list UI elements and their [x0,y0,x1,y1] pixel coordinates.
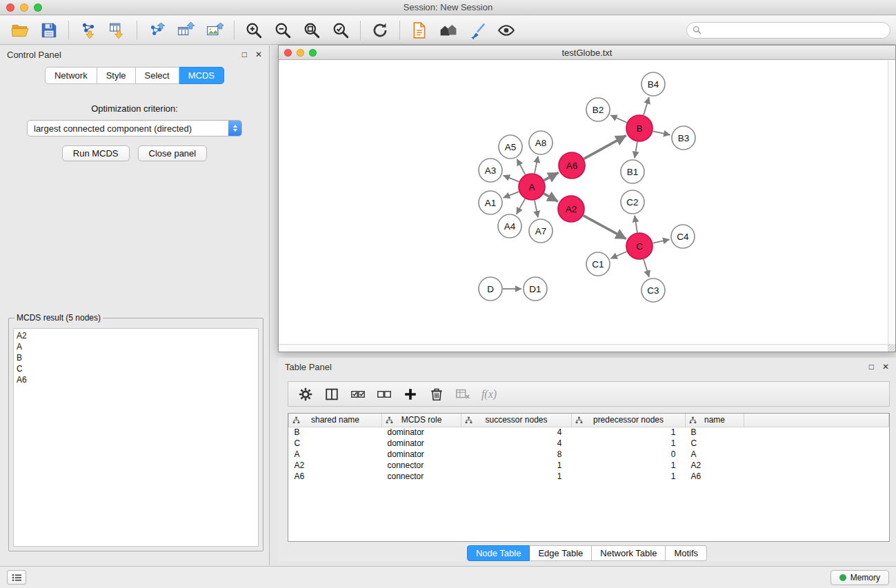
import-network-icon[interactable] [74,19,103,42]
table-cell[interactable]: connector [382,460,461,471]
close-window-button[interactable] [6,3,14,12]
tab-mcds[interactable]: MCDS [179,67,224,84]
list-item[interactable]: B [17,352,255,363]
network-node[interactable]: D1 [524,277,547,301]
search-input[interactable] [705,25,884,35]
network-node[interactable]: C4 [671,225,695,248]
table-cell[interactable]: 1 [461,471,572,482]
zoom-in-icon[interactable] [239,19,268,42]
column-header[interactable]: successor nodes [461,414,572,427]
minimize-window-button[interactable] [20,3,28,12]
float-panel-icon[interactable]: □ [242,50,247,59]
network-zoom-button[interactable] [309,49,317,57]
network-minimize-button[interactable] [297,49,304,57]
function-builder-icon[interactable]: f(x) [476,384,502,405]
delete-row-icon[interactable] [424,384,450,405]
table-cell[interactable]: 1 [572,438,686,449]
run-mcds-button[interactable]: Run MCDS [62,145,130,161]
column-header[interactable]: name [686,414,744,427]
mcds-result-list[interactable]: A2ABCA6 [13,328,259,547]
table-cell[interactable]: 1 [572,427,686,438]
table-cell[interactable]: B [686,427,744,438]
list-item[interactable]: C [17,363,255,374]
select-all-icon[interactable] [345,384,371,405]
network-node[interactable]: A8 [529,131,552,154]
table-cell[interactable]: 1 [572,471,686,482]
table-cell[interactable]: A6 [289,471,382,482]
table-cell[interactable]: A6 [686,471,744,482]
list-item[interactable]: A2 [17,330,255,341]
table-row[interactable]: A2connector11A2 [289,460,889,471]
network-node[interactable]: A5 [499,135,522,159]
network-node[interactable]: A6 [559,152,585,179]
network-node[interactable]: A7 [529,219,552,243]
table-cell[interactable]: 4 [461,438,572,449]
network-node[interactable]: A1 [479,191,502,214]
network-node[interactable]: A [519,174,545,200]
open-session-icon[interactable] [405,19,434,42]
zoom-window-button[interactable] [34,3,42,12]
resize-grip[interactable] [888,344,895,352]
import-table-icon[interactable] [103,19,132,42]
zoom-out-icon[interactable] [268,19,297,42]
table-cell[interactable]: C [289,438,382,449]
column-header[interactable]: shared name [289,414,382,427]
network-node[interactable]: B3 [672,126,695,150]
tab-edge-table[interactable]: Edge Table [530,545,592,561]
table-cell[interactable]: 1 [572,460,686,471]
tab-network-table[interactable]: Network Table [592,545,666,561]
table-cell[interactable]: 8 [461,449,572,460]
export-table-icon[interactable] [171,19,200,42]
horizontal-scrollbar[interactable] [279,344,888,352]
memory-button[interactable]: Memory [830,570,889,585]
network-node[interactable]: A2 [558,196,584,222]
list-item[interactable]: A [17,341,255,352]
table-cell[interactable]: dominator [382,438,461,449]
column-header[interactable]: MCDS role [382,414,461,427]
network-node[interactable]: C1 [586,252,610,276]
zoom-selected-icon[interactable] [326,19,355,42]
search-box[interactable] [686,22,890,39]
style-brush-icon[interactable] [463,19,492,42]
table-row[interactable]: Bdominator41B [289,427,889,438]
table-cell[interactable]: A2 [686,460,744,471]
table-cell[interactable]: A [289,449,382,460]
table-cell[interactable]: dominator [382,449,461,460]
tab-motifs[interactable]: Motifs [666,545,707,561]
network-node[interactable]: C3 [641,278,665,302]
table-cell[interactable]: A2 [289,460,382,471]
table-cell[interactable]: dominator [382,427,461,438]
deselect-all-icon[interactable] [371,384,397,405]
network-node[interactable]: D [479,277,502,301]
table-cell[interactable]: 1 [461,460,572,471]
network-node[interactable]: B4 [641,72,665,96]
float-panel-icon[interactable]: □ [869,363,874,371]
network-node[interactable]: C2 [621,190,644,214]
table-row[interactable]: Adominator80A [289,449,889,460]
save-session-icon[interactable] [34,19,63,42]
zoom-fit-icon[interactable] [297,19,326,42]
show-graphics-details-icon[interactable] [492,19,521,42]
criterion-dropdown[interactable]: largest connected component (directed) [27,120,242,136]
network-close-button[interactable] [284,49,292,57]
list-item[interactable]: A6 [17,374,255,385]
tab-network[interactable]: Network [45,67,97,84]
vertical-scrollbar[interactable] [888,61,895,344]
table-cell[interactable]: connector [382,471,461,482]
delete-table-icon[interactable] [450,384,476,405]
table-settings-icon[interactable] [292,384,319,405]
network-node[interactable]: A3 [479,159,502,182]
network-node[interactable]: A4 [498,214,521,238]
network-node[interactable]: B [626,115,653,141]
refresh-layout-icon[interactable] [366,19,395,42]
table-cell[interactable]: C [686,438,744,449]
close-panel-button[interactable]: Close panel [138,145,208,161]
table-cell[interactable]: B [289,427,382,438]
add-row-icon[interactable] [397,384,424,405]
home-icon[interactable] [434,19,463,42]
close-panel-icon[interactable]: ✕ [882,363,889,371]
table-row[interactable]: Cdominator41C [289,438,889,449]
tab-select[interactable]: Select [136,67,179,84]
network-node[interactable]: C [626,233,653,259]
table-cell[interactable]: 0 [572,449,686,460]
